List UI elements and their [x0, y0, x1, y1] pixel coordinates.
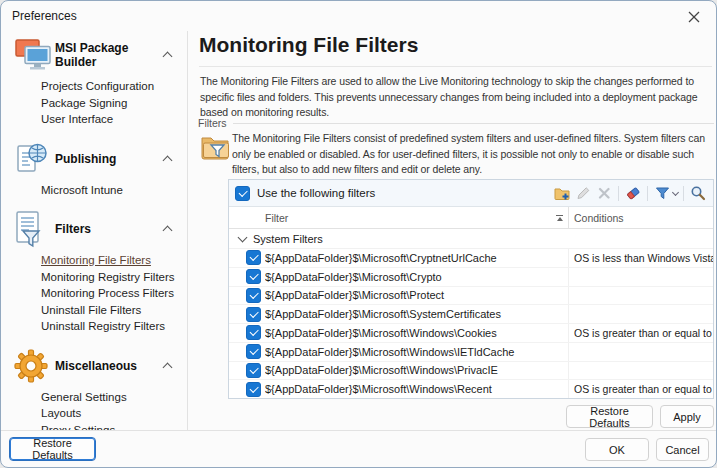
table-row[interactable]: ${AppDataFolder}$\Microsoft\Windows\Priv… [229, 362, 713, 381]
sidebar-item-monitoring-process-filters[interactable]: Monitoring Process Filters [41, 285, 187, 302]
sidebar-item-general-settings[interactable]: General Settings [41, 389, 187, 406]
row-checkbox-cell [229, 249, 265, 267]
ok-button[interactable]: OK [585, 438, 649, 461]
sidebar-section-items: Microsoft Intune [41, 182, 187, 199]
sidebar-section-title: Filters [55, 222, 91, 236]
sidebar-section-header-msi-package-builder[interactable]: MSI Package Builder [1, 33, 187, 75]
group-divider [233, 123, 714, 124]
sidebar-item-package-signing[interactable]: Package Signing [41, 95, 187, 112]
conditions-cell: OS is less than Windows Vista [568, 249, 713, 267]
conditions-cell [568, 305, 713, 323]
group-row-label: System Filters [253, 233, 323, 245]
sidebar-item-user-interface[interactable]: User Interface [41, 111, 187, 128]
sidebar-section-title: Miscellaneous [55, 359, 137, 373]
row-checkbox[interactable] [246, 250, 261, 265]
sidebar-item-monitoring-file-filters[interactable]: Monitoring File Filters [41, 252, 187, 269]
add-filter-icon[interactable] [553, 184, 571, 202]
restore-defaults-button-bottom[interactable]: Restore Defaults [9, 437, 96, 461]
chevron-up-icon[interactable] [164, 357, 171, 375]
header-filter-column[interactable]: Filter [265, 207, 568, 228]
filter-path-cell: ${AppDataFolder}$\Microsoft\SystemCertif… [265, 305, 568, 323]
row-checkbox[interactable] [246, 307, 261, 322]
row-checkbox[interactable] [246, 325, 261, 340]
sidebar-section-header-publishing[interactable]: Publishing [1, 137, 187, 179]
table-row[interactable]: ${AppDataFolder}$\Microsoft\Protect [229, 287, 713, 306]
table-row[interactable]: ${AppDataFolder}$\Microsoft\Crypto [229, 268, 713, 287]
sidebar-item-monitoring-registry-filters[interactable]: Monitoring Registry Filters [41, 269, 187, 286]
filter-menu-icon[interactable] [653, 184, 671, 202]
chevron-up-icon[interactable] [164, 150, 171, 168]
close-icon[interactable] [684, 7, 704, 27]
toolbar-separator [647, 186, 648, 201]
group-row-system-filters[interactable]: System Filters [229, 229, 713, 249]
sidebar-section-items: Monitoring File FiltersMonitoring Regist… [41, 252, 187, 335]
delete-icon [595, 184, 613, 202]
conditions-cell: OS is greater than or equal to W [568, 324, 713, 342]
conditions-cell [568, 343, 713, 361]
sidebar-section-items: Projects ConfigurationPackage SigningUse… [41, 78, 187, 128]
row-checkbox[interactable] [246, 382, 261, 397]
chevron-up-icon[interactable] [164, 220, 171, 238]
chevron-down-icon[interactable] [238, 233, 248, 243]
row-checkbox-cell [229, 287, 265, 305]
filters-toolbar: Use the following filters [229, 180, 713, 207]
sidebar-section-msi-package-builder: MSI Package BuilderProjects Configuratio… [1, 33, 187, 128]
header-checkbox-column [229, 207, 265, 228]
sidebar-section-miscellaneous: MiscellaneousGeneral SettingsLayoutsProx… [1, 344, 187, 432]
conditions-cell [568, 362, 713, 380]
chevron-down-icon[interactable] [672, 188, 679, 195]
table-row[interactable]: ${AppDataFolder}$\Microsoft\Windows\Rece… [229, 380, 713, 398]
conditions-cell: OS is greater than or equal to W [568, 380, 713, 398]
cancel-button[interactable]: Cancel [656, 438, 709, 461]
filter-path-cell: ${AppDataFolder}$\Microsoft\Windows\Rece… [265, 380, 568, 398]
publishing-icon [13, 141, 53, 177]
restore-defaults-button[interactable]: Restore Defaults [566, 405, 653, 428]
filter-path-cell: ${AppDataFolder}$\Microsoft\Windows\IETl… [265, 343, 568, 361]
row-checkbox-cell [229, 362, 265, 380]
filter-column-label: Filter [265, 212, 288, 224]
footer-divider [1, 430, 716, 431]
sidebar-item-layouts[interactable]: Layouts [41, 405, 187, 422]
row-checkbox[interactable] [246, 269, 261, 284]
sidebar-section-title: MSI Package Builder [55, 41, 164, 69]
sidebar-section-header-miscellaneous[interactable]: Miscellaneous [1, 344, 187, 386]
table-header[interactable]: Filter Conditions [229, 207, 713, 229]
table-row[interactable]: ${AppDataFolder}$\Microsoft\CryptnetUrlC… [229, 249, 713, 268]
titlebar: Preferences [1, 1, 716, 31]
sidebar-item-uninstall-file-filters[interactable]: Uninstall File Filters [41, 302, 187, 319]
header-conditions-column[interactable]: Conditions [568, 207, 713, 228]
window-title: Preferences [12, 9, 77, 23]
use-filters-checkbox[interactable] [235, 186, 250, 201]
panel-buttons: Restore Defaults Apply [566, 405, 714, 428]
sidebar-section-items: General SettingsLayoutsProxy Settings [41, 389, 187, 432]
row-checkbox[interactable] [246, 344, 261, 359]
erase-icon[interactable] [624, 184, 642, 202]
sidebar: MSI Package BuilderProjects Configuratio… [1, 31, 188, 431]
row-checkbox[interactable] [246, 288, 261, 303]
edit-icon [574, 184, 592, 202]
preferences-dialog: Preferences MSI Package BuilderProjects … [0, 0, 717, 468]
filter-menu-icon-group [653, 184, 678, 202]
chevron-up-icon[interactable] [164, 46, 171, 64]
sidebar-section-header-filters[interactable]: Filters [1, 207, 187, 249]
table-row[interactable]: ${AppDataFolder}$\Microsoft\SystemCertif… [229, 305, 713, 324]
table-row[interactable]: ${AppDataFolder}$\Microsoft\Windows\Cook… [229, 324, 713, 343]
sidebar-item-projects-configuration[interactable]: Projects Configuration [41, 78, 187, 95]
filters-group-description: The Monitoring File Filters consist of p… [232, 131, 714, 178]
row-checkbox-cell [229, 305, 265, 323]
filter-path-cell: ${AppDataFolder}$\Microsoft\Windows\Cook… [265, 324, 568, 342]
use-filters-label: Use the following filters [257, 187, 375, 199]
main-panel: Monitoring File Filters The Monitoring F… [198, 31, 714, 431]
page-description: The Monitoring File Filters are used to … [200, 74, 714, 121]
apply-button[interactable]: Apply [660, 405, 714, 428]
row-checkbox-cell [229, 343, 265, 361]
sidebar-item-uninstall-registry-filters[interactable]: Uninstall Registry Filters [41, 318, 187, 335]
sidebar-item-microsoft-intune[interactable]: Microsoft Intune [41, 182, 187, 199]
row-checkbox[interactable] [246, 363, 261, 378]
table-row[interactable]: ${AppDataFolder}$\Microsoft\Windows\IETl… [229, 343, 713, 362]
msi-package-builder-icon [13, 37, 53, 73]
toolbar-separator [618, 186, 619, 201]
miscellaneous-icon [13, 348, 53, 384]
sidebar-section-filters: FiltersMonitoring File FiltersMonitoring… [1, 207, 187, 335]
search-icon[interactable] [689, 184, 707, 202]
